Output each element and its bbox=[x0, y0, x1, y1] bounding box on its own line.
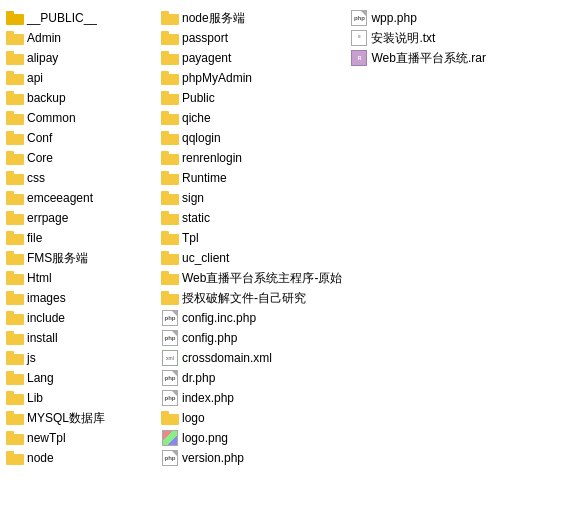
file-item-index.php[interactable]: phpindex.php bbox=[159, 388, 344, 408]
file-item-Lang[interactable]: Lang bbox=[4, 368, 155, 388]
folder-icon bbox=[6, 190, 24, 206]
file-item-sign[interactable]: sign bbox=[159, 188, 344, 208]
file-label: index.php bbox=[182, 389, 234, 407]
php-file-icon: php bbox=[350, 10, 368, 26]
file-item-backup[interactable]: backup bbox=[4, 88, 155, 108]
file-item-Core[interactable]: Core bbox=[4, 148, 155, 168]
file-label: Conf bbox=[27, 129, 52, 147]
file-label: sign bbox=[182, 189, 204, 207]
file-item-css[interactable]: css bbox=[4, 168, 155, 188]
folder-icon bbox=[6, 90, 24, 106]
file-item-uc_client[interactable]: uc_client bbox=[159, 248, 344, 268]
file-item-qiche[interactable]: qiche bbox=[159, 108, 344, 128]
file-label: js bbox=[27, 349, 36, 367]
file-label: backup bbox=[27, 89, 66, 107]
file-label: emceeagent bbox=[27, 189, 93, 207]
file-item-qqlogin[interactable]: qqlogin bbox=[159, 128, 344, 148]
file-item-node服务端[interactable]: node服务端 bbox=[159, 8, 344, 28]
file-item-config.php[interactable]: phpconfig.php bbox=[159, 328, 344, 348]
folder-icon bbox=[6, 110, 24, 126]
file-item-Web直播平台系统.rar[interactable]: RWeb直播平台系统.rar bbox=[348, 48, 544, 68]
file-label: Web直播平台系统主程序-原始 bbox=[182, 269, 342, 287]
file-label: MYSQL数据库 bbox=[27, 409, 105, 427]
file-item-__PUBLIC__[interactable]: __PUBLIC__ bbox=[4, 8, 155, 28]
file-item-授权破解文件-自己研究[interactable]: 授权破解文件-自己研究 bbox=[159, 288, 344, 308]
file-item-node[interactable]: node bbox=[4, 448, 155, 468]
png-file-icon bbox=[161, 430, 179, 446]
folder-icon bbox=[161, 290, 179, 306]
file-item-Html[interactable]: Html bbox=[4, 268, 155, 288]
file-label: FMS服务端 bbox=[27, 249, 88, 267]
file-item-api[interactable]: api bbox=[4, 68, 155, 88]
folder-icon bbox=[6, 370, 24, 386]
file-label: 安装说明.txt bbox=[371, 29, 435, 47]
file-label: Common bbox=[27, 109, 76, 127]
file-item-Public[interactable]: Public bbox=[159, 88, 344, 108]
file-item-emceeagent[interactable]: emceeagent bbox=[4, 188, 155, 208]
file-item-config.inc.php[interactable]: phpconfig.inc.php bbox=[159, 308, 344, 328]
folder-icon bbox=[161, 110, 179, 126]
folder-icon bbox=[6, 310, 24, 326]
file-label: renrenlogin bbox=[182, 149, 242, 167]
file-item-payagent[interactable]: payagent bbox=[159, 48, 344, 68]
file-item-images[interactable]: images bbox=[4, 288, 155, 308]
php-file-icon: php bbox=[161, 370, 179, 386]
file-item-wpp.php[interactable]: phpwpp.php bbox=[348, 8, 544, 28]
file-item-errpage[interactable]: errpage bbox=[4, 208, 155, 228]
file-item-js[interactable]: js bbox=[4, 348, 155, 368]
folder-icon bbox=[6, 450, 24, 466]
folder-icon bbox=[6, 410, 24, 426]
file-item-Common[interactable]: Common bbox=[4, 108, 155, 128]
file-label: images bbox=[27, 289, 66, 307]
file-item-Admin[interactable]: Admin bbox=[4, 28, 155, 48]
file-label: static bbox=[182, 209, 210, 227]
file-item-include[interactable]: include bbox=[4, 308, 155, 328]
file-item-MYSQL数据库[interactable]: MYSQL数据库 bbox=[4, 408, 155, 428]
file-item-crossdomain.xml[interactable]: xmlcrossdomain.xml bbox=[159, 348, 344, 368]
file-label: __PUBLIC__ bbox=[27, 9, 97, 27]
php-file-icon: php bbox=[161, 310, 179, 326]
file-label: Core bbox=[27, 149, 53, 167]
file-label: 授权破解文件-自己研究 bbox=[182, 289, 306, 307]
file-item-logo.png[interactable]: logo.png bbox=[159, 428, 344, 448]
folder-icon bbox=[6, 430, 24, 446]
file-item-install[interactable]: install bbox=[4, 328, 155, 348]
file-item-dr.php[interactable]: phpdr.php bbox=[159, 368, 344, 388]
file-label: phpMyAdmin bbox=[182, 69, 252, 87]
file-label: passport bbox=[182, 29, 228, 47]
file-item-logo[interactable]: logo bbox=[159, 408, 344, 428]
file-item-Lib[interactable]: Lib bbox=[4, 388, 155, 408]
file-item-static[interactable]: static bbox=[159, 208, 344, 228]
folder-icon bbox=[6, 250, 24, 266]
file-item-renrenlogin[interactable]: renrenlogin bbox=[159, 148, 344, 168]
file-label: api bbox=[27, 69, 43, 87]
folder-icon bbox=[161, 410, 179, 426]
folder-icon bbox=[161, 10, 179, 26]
file-item-Tpl[interactable]: Tpl bbox=[159, 228, 344, 248]
file-item-安装说明.txt[interactable]: ≡安装说明.txt bbox=[348, 28, 544, 48]
folder-icon bbox=[6, 270, 24, 286]
file-label: css bbox=[27, 169, 45, 187]
file-label: qqlogin bbox=[182, 129, 221, 147]
file-item-file[interactable]: file bbox=[4, 228, 155, 248]
file-item-alipay[interactable]: alipay bbox=[4, 48, 155, 68]
folder-icon bbox=[161, 210, 179, 226]
file-item-FMS服务端[interactable]: FMS服务端 bbox=[4, 248, 155, 268]
file-label: version.php bbox=[182, 449, 244, 467]
file-item-version.php[interactable]: phpversion.php bbox=[159, 448, 344, 468]
file-label: Runtime bbox=[182, 169, 227, 187]
php-file-icon: php bbox=[161, 450, 179, 466]
folder-icon bbox=[161, 270, 179, 286]
file-label: newTpl bbox=[27, 429, 66, 447]
file-label: Lang bbox=[27, 369, 54, 387]
file-item-phpMyAdmin[interactable]: phpMyAdmin bbox=[159, 68, 344, 88]
file-item-Runtime[interactable]: Runtime bbox=[159, 168, 344, 188]
folder-icon bbox=[6, 390, 24, 406]
folder-icon bbox=[161, 30, 179, 46]
file-item-Conf[interactable]: Conf bbox=[4, 128, 155, 148]
file-label: node bbox=[27, 449, 54, 467]
folder-icon bbox=[6, 230, 24, 246]
file-item-Web直播平台系统主程序-原始[interactable]: Web直播平台系统主程序-原始 bbox=[159, 268, 344, 288]
file-item-passport[interactable]: passport bbox=[159, 28, 344, 48]
file-item-newTpl[interactable]: newTpl bbox=[4, 428, 155, 448]
